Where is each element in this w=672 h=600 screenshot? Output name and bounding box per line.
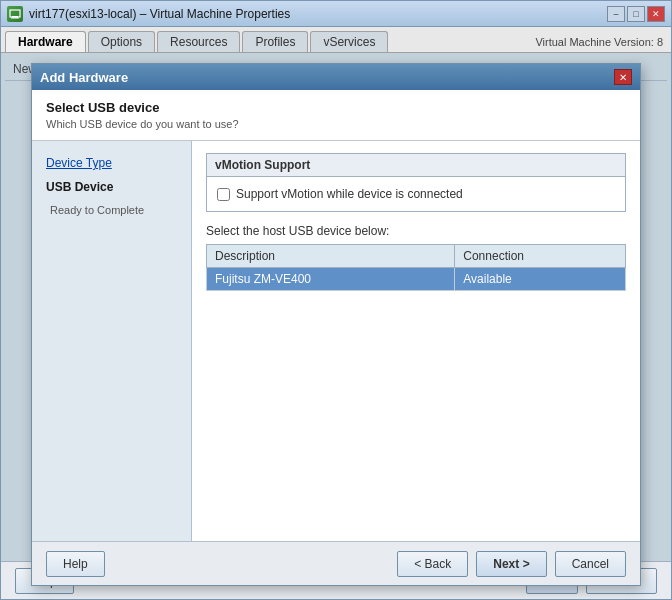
vmotion-section: vMotion Support Support vMotion while de… [206, 153, 626, 212]
main-content: New Configuration Add Hardware ✕ Select … [1, 53, 671, 561]
usb-device-table: Description Connection Fujitsu ZM-VE400 … [206, 244, 626, 291]
dialog-title-bar: Add Hardware ✕ [32, 64, 640, 90]
dialog-body: Device Type USB Device Ready to Complete… [32, 141, 640, 541]
vmotion-legend: vMotion Support [207, 154, 625, 177]
svg-rect-0 [10, 10, 20, 17]
footer-left: Help [46, 551, 105, 577]
add-hardware-dialog: Add Hardware ✕ Select USB device Which U… [31, 63, 641, 586]
vm-icon [7, 6, 23, 22]
dialog-title: Add Hardware [40, 70, 128, 85]
usb-device-name: Fujitsu ZM-VE400 [207, 268, 455, 291]
back-button[interactable]: < Back [397, 551, 468, 577]
nav-device-type[interactable]: Device Type [42, 153, 181, 173]
usb-device-connection: Available [455, 268, 626, 291]
col-description: Description [207, 245, 455, 268]
tab-hardware[interactable]: Hardware [5, 31, 86, 52]
tab-options[interactable]: Options [88, 31, 155, 52]
help-button[interactable]: Help [46, 551, 105, 577]
minimize-button[interactable]: – [607, 6, 625, 22]
svg-rect-2 [11, 17, 19, 18]
tab-profiles[interactable]: Profiles [242, 31, 308, 52]
dialog-overlay: Add Hardware ✕ Select USB device Which U… [1, 53, 671, 561]
nav-panel: Device Type USB Device Ready to Complete [32, 141, 192, 541]
title-bar-controls: – □ ✕ [607, 6, 665, 22]
version-label: Virtual Machine Version: 8 [535, 36, 671, 52]
vmotion-checkbox-row: Support vMotion while device is connecte… [217, 185, 615, 203]
main-window: virt177(esxi13-local) – Virtual Machine … [0, 0, 672, 600]
dialog-header-title: Select USB device [46, 100, 626, 115]
tab-bar: Hardware Options Resources Profiles vSer… [1, 27, 671, 53]
vmotion-content: Support vMotion while device is connecte… [207, 177, 625, 211]
svg-rect-1 [12, 16, 18, 18]
title-bar: virt177(esxi13-local) – Virtual Machine … [1, 1, 671, 27]
window-close-button[interactable]: ✕ [647, 6, 665, 22]
content-panel: vMotion Support Support vMotion while de… [192, 141, 640, 541]
title-bar-left: virt177(esxi13-local) – Virtual Machine … [7, 6, 290, 22]
tab-vservices[interactable]: vServices [310, 31, 388, 52]
cancel-button[interactable]: Cancel [555, 551, 626, 577]
table-row[interactable]: Fujitsu ZM-VE400 Available [207, 268, 626, 291]
dialog-close-button[interactable]: ✕ [614, 69, 632, 85]
window-title: virt177(esxi13-local) – Virtual Machine … [29, 7, 290, 21]
footer-right: < Back Next > Cancel [397, 551, 626, 577]
restore-button[interactable]: □ [627, 6, 645, 22]
dialog-header-subtitle: Which USB device do you want to use? [46, 118, 626, 130]
tab-resources[interactable]: Resources [157, 31, 240, 52]
dialog-footer: Help < Back Next > Cancel [32, 541, 640, 585]
vmotion-checkbox-label: Support vMotion while device is connecte… [236, 187, 463, 201]
next-button[interactable]: Next > [476, 551, 546, 577]
col-connection: Connection [455, 245, 626, 268]
nav-ready-to-complete: Ready to Complete [42, 201, 181, 219]
vmotion-checkbox[interactable] [217, 188, 230, 201]
nav-usb-device: USB Device [42, 177, 181, 197]
host-usb-label: Select the host USB device below: [206, 224, 626, 238]
dialog-header: Select USB device Which USB device do yo… [32, 90, 640, 141]
